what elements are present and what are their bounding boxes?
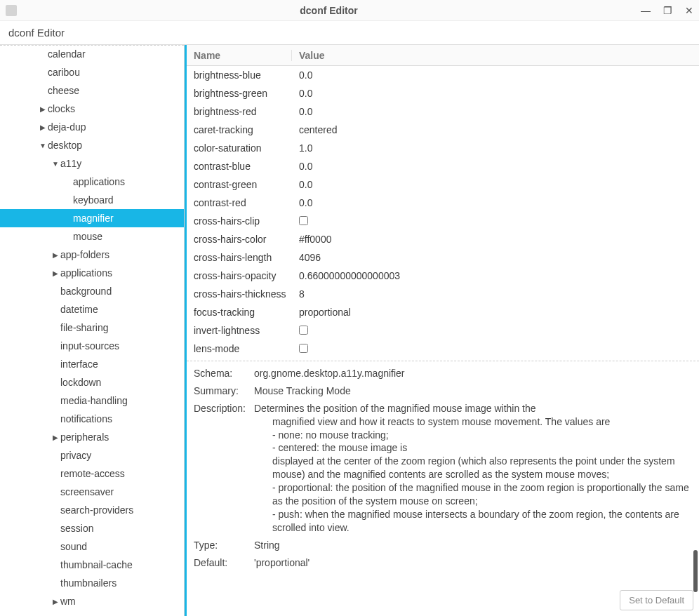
tree-item-cheese[interactable]: cheese [0, 81, 184, 100]
key-row[interactable]: cross-hairs-opacity0.66000000000000003 [187, 267, 699, 285]
tree-item-label: input-sources [60, 340, 119, 351]
description-label: Description: [194, 402, 254, 535]
key-value-checkbox[interactable] [299, 326, 308, 335]
key-value-checkbox[interactable] [299, 216, 308, 225]
key-row[interactable]: contrast-blue0.0 [187, 157, 699, 175]
tree-item-file-sharing[interactable]: file-sharing [0, 319, 184, 337]
column-value-header[interactable]: Value [292, 50, 699, 61]
key-value[interactable] [292, 215, 699, 227]
key-value[interactable]: 0.0 [292, 161, 699, 172]
tree-item-mouse[interactable]: mouse [0, 227, 184, 246]
tree-item-peripherals[interactable]: ▶peripherals [0, 428, 184, 446]
key-name: lens-mode [187, 343, 292, 354]
key-row[interactable]: cross-hairs-thickness8 [187, 285, 699, 303]
tree-item-media-handling[interactable]: media-handling [0, 391, 184, 410]
tree-item-sound[interactable]: sound [0, 537, 184, 556]
tree-expander-icon[interactable]: ▼ [38, 142, 48, 149]
key-row[interactable]: cross-hairs-length4096 [187, 248, 699, 267]
maximize-button[interactable]: ❐ [663, 5, 672, 16]
key-row[interactable]: cross-hairs-clip [187, 212, 699, 230]
key-value[interactable]: 0.0 [292, 106, 699, 117]
scrollbar-thumb[interactable] [693, 550, 698, 592]
schema-tree[interactable]: calendarcariboucheese▶clocks▶deja-dup▼de… [0, 45, 185, 616]
tree-item-calendar[interactable]: calendar [0, 45, 184, 63]
tree-item-clocks[interactable]: ▶clocks [0, 100, 184, 118]
set-to-default-button[interactable]: Set to Default [620, 590, 693, 610]
tree-item-desktop[interactable]: ▼desktop [0, 136, 184, 154]
tree-item-datetime[interactable]: datetime [0, 300, 184, 319]
key-row[interactable]: lens-mode [187, 340, 699, 358]
key-row[interactable]: contrast-red0.0 [187, 194, 699, 212]
key-name: invert-lightness [187, 325, 292, 336]
key-row[interactable]: contrast-green0.0 [187, 175, 699, 194]
tree-expander-icon[interactable]: ▶ [51, 434, 60, 441]
tree-item-caribou[interactable]: caribou [0, 63, 184, 81]
tree-item-privacy[interactable]: privacy [0, 446, 184, 464]
key-row[interactable]: color-saturation1.0 [187, 139, 699, 157]
key-value[interactable]: 1.0 [292, 142, 699, 154]
tree-item-session[interactable]: session [0, 519, 184, 537]
tree-item-a11y[interactable]: ▼a11y [0, 154, 184, 173]
tree-item-label: thumbnail-cache [60, 559, 133, 570]
key-value[interactable]: 0.66000000000000003 [292, 270, 699, 281]
tree-item-input-sources[interactable]: input-sources [0, 337, 184, 355]
tree-item-deja-dup[interactable]: ▶deja-dup [0, 118, 184, 136]
tree-expander-icon[interactable]: ▶ [38, 105, 48, 113]
tree-item-applications[interactable]: applications [0, 173, 184, 191]
key-value-checkbox[interactable] [299, 344, 308, 353]
key-value[interactable]: 8 [292, 288, 699, 300]
tree-item-thumbnail-cache[interactable]: thumbnail-cache [0, 556, 184, 574]
key-value[interactable]: 0.0 [292, 197, 699, 208]
column-name-header[interactable]: Name [187, 50, 292, 61]
window-title: dconf Editor [17, 5, 641, 16]
tree-item-keyboard[interactable]: keyboard [0, 191, 184, 209]
tree-item-applications[interactable]: ▶applications [0, 264, 184, 282]
key-list[interactable]: brightness-blue0.0brightness-green0.0bri… [187, 66, 699, 358]
key-name: cross-hairs-clip [187, 215, 292, 227]
description-head: Determines the position of the magnified… [254, 402, 692, 415]
tree-item-interface[interactable]: interface [0, 355, 184, 373]
tree-item-thumbnailers[interactable]: thumbnailers [0, 574, 184, 592]
key-value[interactable]: 4096 [292, 252, 699, 263]
minimize-button[interactable]: — [641, 5, 651, 16]
key-value[interactable]: centered [292, 124, 699, 135]
tree-expander-icon[interactable]: ▶ [38, 123, 48, 131]
tree-item-label: media-handling [60, 395, 128, 406]
tree-item-label: screensaver [60, 486, 114, 497]
tree-item-search-providers[interactable]: search-providers [0, 501, 184, 519]
key-row[interactable]: invert-lightness [187, 321, 699, 340]
tree-item-wm[interactable]: ▶wm [0, 592, 184, 610]
key-row[interactable]: cross-hairs-color#ff0000 [187, 230, 699, 248]
key-row[interactable]: brightness-red0.0 [187, 102, 699, 121]
close-button[interactable]: ✕ [685, 5, 693, 16]
tree-expander-icon[interactable]: ▶ [51, 251, 60, 259]
tree-item-background[interactable]: background [0, 282, 184, 300]
tree-expander-icon[interactable]: ▼ [51, 160, 60, 168]
key-value[interactable] [292, 343, 699, 354]
tree-item-label: clocks [48, 103, 75, 114]
tree-item-remote-access[interactable]: remote-access [0, 464, 184, 483]
tree-item-label: keyboard [73, 194, 114, 206]
key-value[interactable]: #ff0000 [292, 234, 699, 245]
tree-item-lockdown[interactable]: lockdown [0, 373, 184, 391]
key-row[interactable]: brightness-green0.0 [187, 84, 699, 102]
key-value[interactable]: 0.0 [292, 69, 699, 81]
tree-item-label: peripherals [60, 431, 109, 443]
tree-item-app-folders[interactable]: ▶app-folders [0, 246, 184, 264]
tree-item-label: magnifier [73, 213, 114, 224]
key-row[interactable]: brightness-blue0.0 [187, 66, 699, 84]
tree-expander-icon[interactable]: ▶ [51, 269, 60, 277]
key-value[interactable] [292, 325, 699, 336]
key-value[interactable]: proportional [292, 307, 699, 318]
titlebar: dconf Editor — ❐ ✕ [0, 0, 699, 21]
content-area: calendarcariboucheese▶clocks▶deja-dup▼de… [0, 44, 699, 616]
key-row[interactable]: focus-trackingproportional [187, 303, 699, 321]
tree-expander-icon[interactable]: ▶ [51, 598, 60, 605]
key-name: cross-hairs-color [187, 234, 292, 245]
tree-item-magnifier[interactable]: magnifier [0, 209, 184, 227]
key-row[interactable]: caret-trackingcentered [187, 121, 699, 139]
tree-item-screensaver[interactable]: screensaver [0, 483, 184, 501]
key-value[interactable]: 0.0 [292, 88, 699, 99]
tree-item-notifications[interactable]: notifications [0, 410, 184, 428]
key-value[interactable]: 0.0 [292, 179, 699, 190]
